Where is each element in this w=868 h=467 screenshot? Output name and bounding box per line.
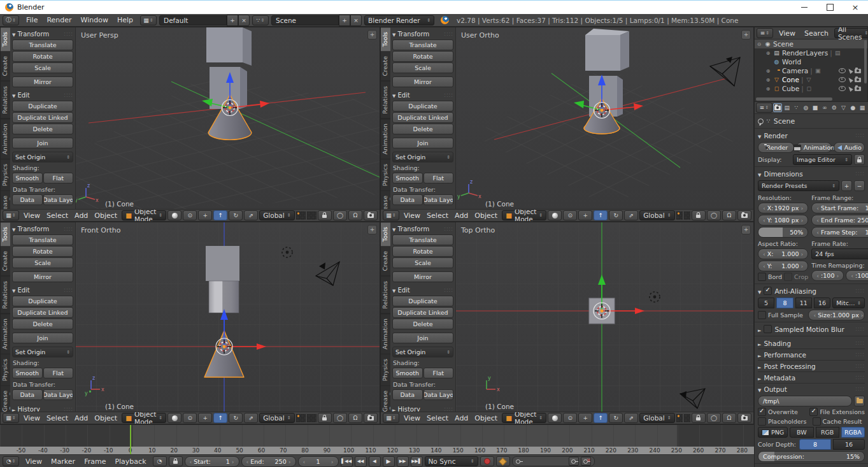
resolution-x-field[interactable]: X:1920 px xyxy=(758,203,808,213)
jump-to-end-button[interactable] xyxy=(411,456,423,467)
3d-canvas-front-ortho[interactable]: zxy Front Ortho (1) Cone + xyxy=(76,222,380,412)
scene-user-ortho[interactable]: zxy xyxy=(456,27,753,210)
3d-canvas-top-ortho[interactable]: yx Top Ortho (1) Cone + xyxy=(456,222,753,412)
duplicate-button[interactable]: Duplicate xyxy=(392,296,453,306)
display-filter-select[interactable]: All Scenes xyxy=(834,28,868,38)
active-keying-set-field[interactable]: × xyxy=(512,456,595,466)
snap-button[interactable]: Ω xyxy=(348,413,362,423)
menu-item[interactable]: Add xyxy=(71,212,91,220)
add-scene-button[interactable]: + xyxy=(339,15,350,26)
menu-item[interactable]: Window xyxy=(76,16,113,24)
properties-region-toggle[interactable]: + xyxy=(741,225,751,234)
manipulator-rotate-button[interactable]: ↻ xyxy=(229,210,243,220)
layers-widget-2[interactable] xyxy=(684,212,690,220)
mirror-button[interactable]: Mirror xyxy=(392,271,453,282)
editor-type-button[interactable]: ▦ xyxy=(3,210,19,220)
set-origin-dropdown[interactable]: Set Origin xyxy=(12,347,73,357)
proportional-edit-button[interactable]: ◯ xyxy=(707,413,721,423)
aspect-x-field[interactable]: X:1.000 xyxy=(758,248,808,259)
tab-constraints[interactable]: ∞ xyxy=(820,103,829,112)
rotate-button[interactable]: Rotate xyxy=(12,51,73,62)
tab-material[interactable]: ● xyxy=(848,103,857,112)
duplicate-button[interactable]: Duplicate xyxy=(12,296,73,306)
properties-region-toggle[interactable]: + xyxy=(741,30,751,40)
lock-button[interactable] xyxy=(318,210,332,220)
shelf-tab-tools[interactable]: Tools xyxy=(381,27,390,52)
translate-button[interactable]: Translate xyxy=(392,234,453,245)
maximize-button[interactable] xyxy=(817,1,843,14)
scale-button[interactable]: Scale xyxy=(12,257,73,268)
output-path-field[interactable]: /tmp\ xyxy=(758,396,852,406)
layers-widget[interactable] xyxy=(676,414,683,422)
menu-item[interactable]: Select xyxy=(423,212,452,220)
delete-layout-button[interactable]: × xyxy=(238,15,250,26)
shade-smooth-button[interactable]: Smooth xyxy=(392,173,423,183)
menu-item[interactable]: Object xyxy=(471,212,501,220)
crop-checkbox[interactable] xyxy=(784,273,792,281)
menu-item[interactable]: View xyxy=(401,414,423,422)
render-opengl-button[interactable] xyxy=(364,210,378,220)
shelf-tab-grease-pencil[interactable]: Grease Pencil xyxy=(1,386,10,412)
tab-world[interactable]: ◍ xyxy=(801,103,810,112)
delete-button[interactable]: Delete xyxy=(392,124,453,134)
placeholders-checkbox[interactable] xyxy=(758,417,766,426)
preview-range-button[interactable]: ◔ xyxy=(153,456,167,466)
scene-front-ortho[interactable]: zxy xyxy=(76,222,380,412)
end-frame-field[interactable]: End:250 xyxy=(241,456,296,467)
render-opengl-button[interactable] xyxy=(737,413,751,423)
properties-region-toggle[interactable]: + xyxy=(367,30,377,40)
panel-header-edit[interactable]: Edit xyxy=(12,285,73,295)
shelf-tab-tools[interactable]: Tools xyxy=(381,222,390,247)
lock-interface-button[interactable] xyxy=(854,154,865,165)
render-animation-button[interactable]: Animation xyxy=(796,142,832,153)
pivot-point-select[interactable]: ⊙ xyxy=(563,413,577,423)
panel-header-edit[interactable]: Edit xyxy=(392,285,453,295)
overwrite-checkbox[interactable] xyxy=(758,408,766,416)
lock-button[interactable] xyxy=(692,413,706,423)
shelf-tab-create[interactable]: Create xyxy=(1,247,10,277)
aa-samples-16[interactable]: 16 xyxy=(814,298,830,308)
renderability-icon[interactable] xyxy=(855,78,861,82)
render-presets-select[interactable]: Render Presets xyxy=(758,180,839,191)
frame-rate-select[interactable]: 24 fps xyxy=(811,248,868,259)
aa-samples-5[interactable]: 5 xyxy=(758,298,774,308)
layers-widget[interactable] xyxy=(676,212,683,220)
manipulator-rotate-button[interactable]: ↻ xyxy=(609,210,623,220)
render-opengl-button[interactable] xyxy=(737,210,751,220)
rotate-button[interactable]: Rotate xyxy=(12,246,73,257)
manipulator-translate-button[interactable]: ↑ xyxy=(213,413,227,423)
selectability-icon[interactable] xyxy=(847,85,853,92)
close-button[interactable]: × xyxy=(843,1,868,14)
shelf-tab-grease-pencil[interactable]: Grease Pencil xyxy=(1,191,10,210)
full-sample-checkbox[interactable] xyxy=(758,311,766,319)
keying-set-select[interactable] xyxy=(496,456,510,466)
manipulator-scale-button[interactable]: ⇗ xyxy=(244,210,258,220)
menu-item[interactable]: Marker xyxy=(46,457,80,466)
data-button[interactable]: Data xyxy=(12,389,43,400)
tab-render[interactable] xyxy=(773,103,782,112)
translate-button[interactable]: Translate xyxy=(12,40,73,50)
render-button[interactable]: Render xyxy=(758,142,794,153)
manipulator-translate-button[interactable]: ↑ xyxy=(213,210,227,220)
3d-canvas-user-persp[interactable]: zxy User Persp (1) Cone + xyxy=(76,27,380,210)
renderability-icon[interactable] xyxy=(855,87,861,91)
snap-button[interactable]: Ω xyxy=(348,210,362,220)
outliner-row-scene[interactable]: ⊖ ◉ Scene xyxy=(755,40,867,48)
menu-item[interactable]: Help xyxy=(113,16,138,24)
outliner-vscrollbar[interactable] xyxy=(864,40,867,83)
aa-size-field[interactable]: Size:1.000 px xyxy=(808,310,865,320)
proportional-edit-button[interactable]: ◯ xyxy=(333,210,347,220)
pivot-point-select[interactable]: ⊙ xyxy=(183,210,197,220)
selectability-icon[interactable] xyxy=(847,76,853,83)
menu-item[interactable]: Search xyxy=(800,29,833,38)
menu-item[interactable]: Object xyxy=(91,212,120,220)
expand-icon[interactable]: ⊕ xyxy=(765,77,771,83)
mirror-button[interactable]: Mirror xyxy=(392,76,453,87)
end-frame-field[interactable]: End Frame:250 xyxy=(811,215,868,226)
shelf-tab-physics[interactable]: Physics xyxy=(1,159,10,191)
pin-icon[interactable] xyxy=(758,119,764,124)
visibility-eye-icon[interactable] xyxy=(839,77,846,82)
duplicate-linked-button[interactable]: Duplicate Linked xyxy=(392,112,453,123)
outliner-row-world[interactable]: ◍ World xyxy=(755,57,867,66)
duplicate-linked-button[interactable]: Duplicate Linked xyxy=(12,307,73,318)
